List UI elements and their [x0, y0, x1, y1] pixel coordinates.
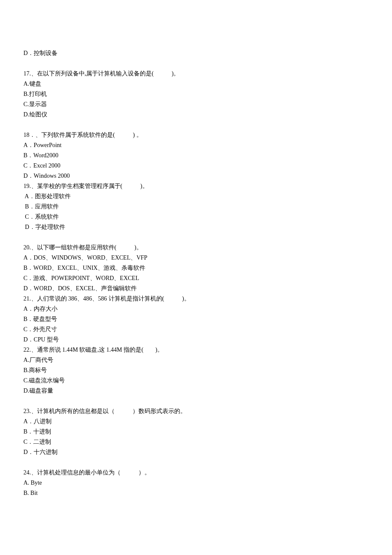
text-line-4: B.打印机 — [23, 89, 369, 99]
text-line-36: A．八进制 — [23, 416, 369, 427]
text-line-39: D．十六进制 — [23, 447, 369, 457]
text-line-5: C.显示器 — [23, 99, 369, 110]
text-line-3: A.键盘 — [23, 79, 369, 89]
text-line-18 — [23, 232, 369, 243]
text-line-22: C．游戏、POWERPOINT、WORD、EXCEL — [23, 273, 369, 283]
text-line-23: D．WORD、DOS、EXCEL、声音编辑软件 — [23, 283, 369, 294]
text-line-0: D．控制设备 — [23, 48, 369, 58]
text-line-21: B．WORD、EXCEL、UNIX、游戏、杀毒软件 — [23, 263, 369, 273]
text-line-1 — [23, 58, 369, 69]
text-line-16: C．系统软件 — [23, 212, 369, 222]
q24-option-b: B. Bit — [23, 488, 369, 498]
q24-option-a: A. Byte — [23, 478, 369, 488]
text-line-10: B．Word2000 — [23, 150, 369, 161]
text-line-9: A．PowerPoint — [23, 140, 369, 150]
text-line-11: C．Excel 2000 — [23, 161, 369, 171]
text-line-40 — [23, 457, 369, 468]
text-line-25: A．内存大小 — [23, 304, 369, 314]
text-line-20: A．DOS、WINDOWS、WORD、EXCEL、VFP — [23, 253, 369, 263]
text-line-13: 19.、某学校的学生档案管理程序属于( )。 — [23, 181, 369, 191]
text-line-31: B.商标号 — [23, 365, 369, 376]
text-line-35: 23.、计算机内所有的信息都是以（ ）数码形式表示的。 — [23, 406, 369, 416]
text-line-6: D.绘图仪 — [23, 110, 369, 120]
q24-question: 24.、计算机处理信息的最小单位为（ ）。 — [23, 468, 369, 478]
document-body: D．控制设备17.、在以下所列设备中,属于计算机输入设备的是( )。A.键盘B.… — [23, 48, 369, 498]
text-line-7 — [23, 120, 369, 130]
text-line-37: B．十进制 — [23, 427, 369, 437]
text-line-15: B．应用软件 — [23, 202, 369, 212]
text-line-32: C.磁盘流水编号 — [23, 376, 369, 386]
text-line-24: 21.、人们常说的 386、486、586 计算机是指计算机的( )。 — [23, 294, 369, 304]
text-line-2: 17.、在以下所列设备中,属于计算机输入设备的是( )。 — [23, 69, 369, 79]
text-line-8: 18．、下列软件属于系统软件的是( ) 。 — [23, 130, 369, 140]
text-line-30: A.厂商代号 — [23, 355, 369, 365]
text-line-29: 22.、通常所说 1.44M 软磁盘,这 1.44M 指的是( )。 — [23, 345, 369, 355]
text-line-17: D．字处理软件 — [23, 222, 369, 232]
text-line-28: D．CPU 型号 — [23, 335, 369, 345]
text-line-12: D．Windows 2000 — [23, 171, 369, 181]
text-line-26: B．硬盘型号 — [23, 314, 369, 324]
text-line-38: C．二进制 — [23, 437, 369, 447]
text-line-14: A．图形处理软件 — [23, 191, 369, 202]
text-line-33: D.磁盘容量 — [23, 386, 369, 396]
text-line-19: 20.、以下哪一组软件都是应用软件( )。 — [23, 243, 369, 253]
question-24: 24.、计算机处理信息的最小单位为（ ）。A. ByteB. Bit — [23, 468, 369, 498]
text-line-27: C．外壳尺寸 — [23, 324, 369, 335]
text-line-34 — [23, 396, 369, 406]
